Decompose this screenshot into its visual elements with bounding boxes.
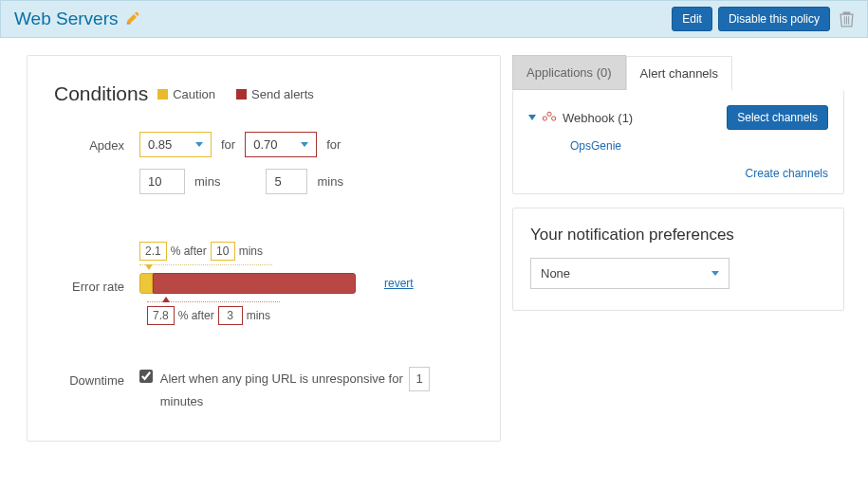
alert-legend: Send alerts (251, 87, 314, 101)
downtime-row: Downtime Alert when any ping URL is unre… (54, 367, 473, 412)
apdex-row: Apdex 0.85 for 0.70 for 10 mins (54, 132, 473, 206)
error-alert-pct-input[interactable]: 7.8 (147, 306, 175, 325)
conditions-panel: Conditions Caution Send alerts Apdex 0.8… (27, 55, 501, 442)
error-rate-alert-bar (153, 273, 356, 294)
mins-label-4: mins (247, 309, 270, 322)
downtime-checkbox[interactable] (139, 370, 153, 383)
downtime-text-after: minutes (160, 394, 204, 408)
error-rate-caution-bar (139, 273, 153, 294)
channel-opsgenie[interactable]: OpsGenie (570, 139, 828, 153)
disclosure-triangle-icon[interactable] (528, 115, 536, 120)
disable-policy-button[interactable]: Disable this policy (718, 7, 830, 31)
preferences-value: None (541, 266, 570, 281)
apdex-caution-mins-input[interactable]: 10 (139, 169, 185, 194)
page-header: Web Servers Edit Disable this policy (0, 0, 868, 38)
caution-legend: Caution (173, 87, 215, 101)
channels-card: Applications (0) Alert channels Webhook … (512, 55, 844, 194)
apdex-caution-value: 0.85 (148, 137, 172, 152)
select-channels-button[interactable]: Select channels (727, 105, 828, 130)
webhook-icon (542, 111, 557, 125)
svg-point-1 (543, 116, 546, 119)
tab-applications[interactable]: Applications (0) (512, 55, 626, 90)
preferences-panel: Your notification preferences None (512, 208, 844, 311)
svg-point-3 (552, 116, 556, 119)
error-rate-row: Error rate 2.1 % after 10 mins revert 7.… (54, 238, 473, 335)
webhook-label: Webhook (1) (563, 111, 633, 125)
downtime-minutes-input[interactable]: 1 (409, 367, 429, 391)
edit-button[interactable]: Edit (672, 7, 712, 31)
svg-point-2 (547, 112, 551, 116)
pct-after-2: % after (178, 309, 214, 322)
error-rate-label: Error rate (54, 238, 139, 294)
conditions-title: Conditions (54, 82, 148, 105)
tab-alert-channels[interactable]: Alert channels (626, 56, 732, 91)
pencil-icon[interactable] (125, 10, 140, 28)
chevron-down-icon (301, 142, 308, 147)
for-label-2: for (326, 137, 341, 152)
for-label-1: for (221, 137, 235, 152)
revert-link[interactable]: revert (384, 277, 414, 290)
mins-label-3: mins (239, 244, 263, 258)
mins-label-2: mins (317, 174, 342, 189)
chevron-down-icon (195, 142, 203, 147)
alert-swatch-icon (236, 89, 247, 100)
chevron-down-icon (711, 271, 719, 276)
mins-label-1: mins (194, 174, 220, 189)
error-caution-mins-input[interactable]: 10 (211, 242, 235, 261)
preferences-select[interactable]: None (530, 258, 729, 289)
svg-rect-0 (127, 23, 131, 24)
trash-icon[interactable] (840, 11, 854, 27)
create-channels-link[interactable]: Create channels (746, 167, 828, 180)
error-rate-slider[interactable]: revert (139, 271, 473, 296)
apdex-alert-mins-input[interactable]: 5 (266, 169, 307, 194)
caution-swatch-icon (157, 89, 168, 100)
preferences-title: Your notification preferences (530, 226, 826, 244)
apdex-caution-select[interactable]: 0.85 (139, 132, 212, 157)
downtime-text: Alert when any ping URL is unresponsive … (160, 367, 473, 412)
error-caution-pct-input[interactable]: 2.1 (139, 242, 167, 261)
apdex-label: Apdex (54, 132, 139, 153)
apdex-alert-select[interactable]: 0.70 (245, 132, 317, 157)
error-alert-mins-input[interactable]: 3 (218, 306, 243, 325)
page-title: Web Servers (14, 9, 118, 29)
apdex-alert-value: 0.70 (253, 137, 277, 152)
downtime-label: Downtime (54, 367, 139, 388)
pct-after-1: % after (171, 244, 207, 258)
downtime-text-before: Alert when any ping URL is unresponsive … (160, 371, 403, 386)
